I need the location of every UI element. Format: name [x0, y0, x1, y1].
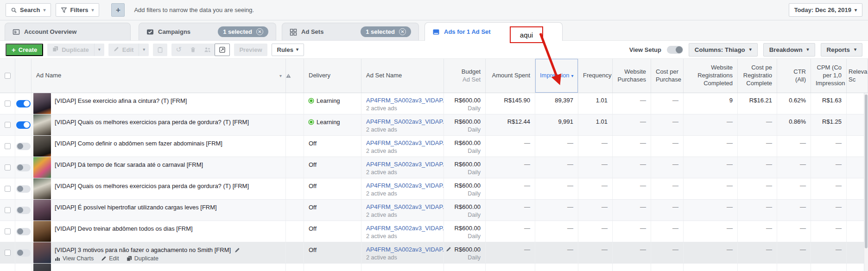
- column-menu-icon[interactable]: ▾: [279, 73, 282, 79]
- row-action-view-charts[interactable]: View Charts: [55, 255, 94, 262]
- scrollbar-thumb[interactable]: [865, 95, 868, 248]
- ad-set-link[interactable]: AP4FRM_SA002av3_VIDAP...: [366, 182, 444, 189]
- col-header-webreg[interactable]: WebsiteRegistrationsCompleted: [684, 59, 738, 93]
- row-checkbox[interactable]: [5, 101, 11, 107]
- col-header-alert[interactable]: [286, 59, 304, 93]
- vertical-scrollbar[interactable]: [864, 93, 868, 271]
- ad-name-link[interactable]: [VIDAP] Esse exercicio afina a cintura? …: [55, 97, 187, 104]
- ad-set-link[interactable]: AP4FRM_SA002av3_VIDAP...: [366, 161, 444, 168]
- ad-thumbnail[interactable]: [33, 242, 51, 263]
- delete-button[interactable]: [186, 44, 200, 56]
- tab-account-overview[interactable]: Account Overview: [5, 23, 131, 40]
- edit-button[interactable]: Edit: [108, 44, 139, 56]
- clear-selection-icon[interactable]: ✕: [399, 28, 406, 35]
- add-filter-button[interactable]: +: [111, 3, 125, 17]
- ad-name-link[interactable]: [VIDAP] Como definir o abdômen sem fazer…: [55, 140, 222, 147]
- revert-button[interactable]: ↺: [171, 44, 186, 56]
- ad-thumbnail[interactable]: [33, 114, 51, 135]
- row-checkbox[interactable]: [5, 143, 11, 149]
- select-all-checkbox[interactable]: [5, 73, 11, 79]
- split-test-button[interactable]: [215, 44, 230, 56]
- row-checkbox[interactable]: [5, 250, 11, 256]
- tab-ad-sets[interactable]: Ad Sets 1 selected ✕: [282, 23, 419, 40]
- clipboard-button[interactable]: [153, 44, 167, 56]
- ad-name-link[interactable]: [VIDAP] 3 motivos para não fazer o agach…: [55, 246, 231, 253]
- col-header-costreg[interactable]: Cost peRegistratioComplete: [738, 59, 777, 93]
- delivery-status: Learning: [317, 118, 340, 126]
- row-checkbox[interactable]: [5, 164, 11, 170]
- col-header-costpurch[interactable]: Cost perPurchase: [651, 59, 684, 93]
- col-header-ctr[interactable]: CTR(All): [777, 59, 811, 93]
- audience-button[interactable]: [200, 44, 215, 56]
- preview-button[interactable]: Preview: [234, 44, 267, 56]
- ad-thumbnail[interactable]: [33, 200, 51, 221]
- ad-status-toggle[interactable]: [16, 228, 31, 235]
- cell-value: —: [836, 203, 842, 210]
- tab-campaigns[interactable]: Campaigns 1 selected ✕: [139, 23, 276, 40]
- ad-name-link[interactable]: [VIDAP] Dá tempo de ficar sarada até o c…: [55, 161, 203, 168]
- ad-name-link[interactable]: [VIDAP] Devo treinar abdômen todos os di…: [55, 225, 193, 232]
- col-header-cpm[interactable]: CPM (Coper 1,0Impression: [811, 59, 847, 93]
- ad-status-toggle[interactable]: [16, 185, 31, 193]
- ads-icon: [432, 28, 440, 36]
- col-header-frequency[interactable]: Frequency: [578, 59, 613, 93]
- row-action-edit[interactable]: Edit: [101, 255, 119, 262]
- date-range-button[interactable]: Today: Dec 26, 2019 ▾: [789, 3, 862, 17]
- toggle-knob: [17, 228, 23, 234]
- delivery-status: Off: [309, 203, 317, 211]
- header-label: RelevaSc: [849, 68, 866, 84]
- row-checkbox[interactable]: [5, 122, 11, 128]
- ad-status-toggle[interactable]: [16, 164, 31, 171]
- ad-status-toggle[interactable]: [16, 207, 31, 214]
- ad-thumbnail[interactable]: [33, 221, 51, 242]
- ad-status-toggle[interactable]: [16, 143, 31, 150]
- ad-name-link[interactable]: [VIDAP] Quais os melhores exercicios par…: [55, 183, 249, 189]
- breakdown-button[interactable]: Breakdown ▾: [763, 43, 815, 57]
- edit-ad-name-icon[interactable]: [234, 247, 240, 253]
- ad-name-link[interactable]: [VIDAP] Quais os melhores exercicios par…: [55, 119, 249, 126]
- ad-name-link[interactable]: [VIDAP] É possível hipertrofiar utilizan…: [55, 204, 217, 211]
- col-header-budget[interactable]: BudgetAd Set: [444, 59, 486, 93]
- revert-icon: ↺: [176, 45, 182, 54]
- ad-set-link[interactable]: AP4FRM_SA002av3_VIDAP...: [366, 225, 444, 232]
- col-header-impressions[interactable]: Impression▾: [535, 59, 578, 93]
- ad-thumbnail[interactable]: [33, 93, 51, 114]
- ad-status-toggle[interactable]: [16, 121, 31, 129]
- row-checkbox[interactable]: [5, 207, 11, 213]
- row-checkbox[interactable]: [5, 186, 11, 192]
- edit-budget-icon[interactable]: [446, 246, 451, 252]
- reports-button[interactable]: Reports ▾: [821, 43, 862, 57]
- ad-set-link[interactable]: AP4FRM_SA002av3_VIDAP...: [366, 97, 444, 104]
- ad-thumbnail[interactable]: [33, 136, 51, 157]
- cell-value: —: [727, 182, 733, 189]
- col-header-spent[interactable]: Amount Spent: [486, 59, 535, 93]
- create-button[interactable]: + Create: [6, 44, 43, 56]
- columns-button[interactable]: Columns: Thiago ▾: [689, 43, 758, 57]
- ad-thumbnail[interactable]: [33, 178, 51, 199]
- duplicate-button[interactable]: Duplicate: [47, 44, 94, 56]
- ad-set-link[interactable]: AP4FRM_SA002av3_VIDAP...: [366, 203, 444, 210]
- filters-button[interactable]: Filters ▾: [56, 3, 99, 17]
- row-action-duplicate[interactable]: Duplicate: [127, 255, 158, 262]
- search-button[interactable]: Search ▾: [6, 3, 51, 17]
- col-header-adname[interactable]: Ad Name▾: [32, 59, 286, 93]
- col-header-adset[interactable]: Ad Set Name: [361, 59, 444, 93]
- col-header-delivery[interactable]: Delivery: [304, 59, 361, 93]
- ad-thumbnail[interactable]: [33, 264, 51, 271]
- ad-set-link[interactable]: AP4FRM_SA002av3_VIDAP...: [366, 139, 444, 146]
- clear-selection-icon[interactable]: ✕: [256, 28, 263, 35]
- col-header-webpurch[interactable]: WebsitePurchases: [613, 59, 651, 93]
- ad-set-link[interactable]: AP4FRM_SA002av3_VIDAP...: [366, 246, 444, 253]
- rules-button[interactable]: Rules ▾: [272, 44, 304, 56]
- ad-status-toggle[interactable]: [16, 100, 31, 107]
- view-setup-toggle[interactable]: [667, 46, 683, 54]
- ad-thumbnail[interactable]: [33, 157, 51, 178]
- ad-set-link[interactable]: AP4FRM_SA002av3_VIDAP...: [366, 118, 444, 125]
- col-header-relevance[interactable]: RelevaSc: [847, 59, 868, 93]
- cell-value: —: [640, 203, 646, 210]
- ad-status-toggle[interactable]: [16, 249, 31, 257]
- plus-icon: +: [116, 6, 120, 15]
- duplicate-options-button[interactable]: ▾: [94, 44, 104, 56]
- row-checkbox[interactable]: [5, 228, 11, 234]
- edit-options-button[interactable]: ▾: [139, 44, 149, 56]
